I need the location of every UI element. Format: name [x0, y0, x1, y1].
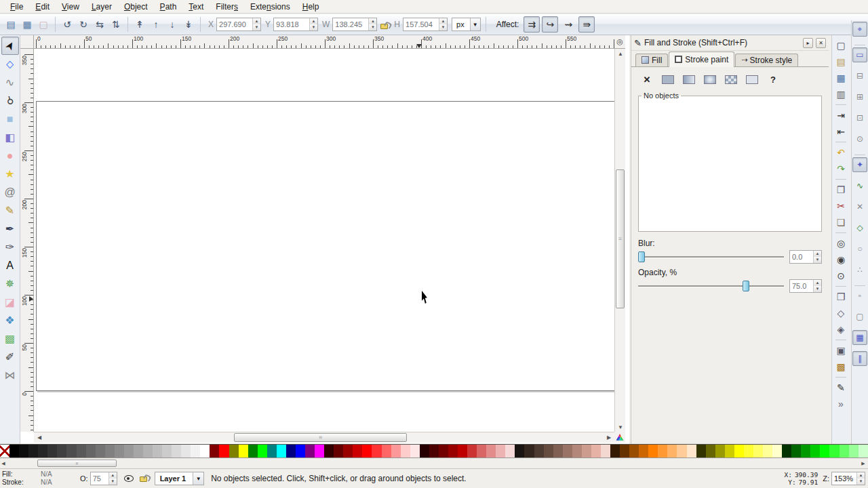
opacity-value-field[interactable]: ▲▼	[789, 279, 822, 293]
palette-swatch[interactable]	[277, 445, 286, 458]
menu-edit[interactable]: Edit	[29, 1, 56, 13]
palette-swatch[interactable]	[77, 445, 86, 458]
palette-swatch[interactable]	[382, 445, 391, 458]
tool-text[interactable]: A	[1, 256, 19, 274]
palette-swatch[interactable]	[353, 445, 362, 458]
snap-smooth-nodes-toggle[interactable]: ○	[852, 241, 867, 256]
palette-swatch[interactable]	[86, 445, 96, 458]
copy-button[interactable]: ❐	[833, 182, 849, 198]
paint-pattern-button[interactable]	[722, 73, 740, 86]
palette-swatch[interactable]	[849, 445, 859, 458]
scroll-right-arrow[interactable]: ▶	[604, 433, 614, 442]
snap-midpoints-toggle[interactable]: ∴	[852, 262, 867, 277]
blur-spin-arrows[interactable]: ▲▼	[813, 251, 821, 263]
flip-vertical-button[interactable]: ⇅	[108, 16, 124, 33]
zoom-selection-button[interactable]: ◎	[833, 235, 849, 251]
palette-swatch[interactable]	[763, 445, 772, 458]
palette-swatch[interactable]	[448, 445, 458, 458]
toolbar-overflow-button[interactable]: »	[833, 396, 849, 412]
tool-rectangle[interactable]: ■	[1, 110, 19, 128]
palette-swatch[interactable]	[401, 445, 410, 458]
palette-swatch[interactable]	[639, 445, 648, 458]
layer-select[interactable]: Layer 1 ▼	[155, 472, 205, 485]
paint-swatch-button[interactable]	[743, 73, 761, 86]
tool-connector[interactable]: ⋈	[1, 366, 19, 384]
group-button[interactable]: ▣	[833, 342, 849, 359]
palette-swatch[interactable]	[124, 445, 134, 458]
palette-swatch[interactable]	[725, 445, 734, 458]
snap-grid-toggle[interactable]: ▦	[852, 330, 867, 345]
palette-swatch[interactable]	[115, 445, 124, 458]
width-field[interactable]: ▲▼	[332, 18, 377, 31]
vertical-scroll-thumb[interactable]: ≡	[616, 169, 625, 308]
snap-enable-toggle[interactable]: ⌖	[852, 22, 867, 37]
tool-bezier-pen[interactable]: ✒	[1, 220, 19, 238]
fill-indicator-value[interactable]: N/A	[41, 470, 75, 479]
tool-gradient[interactable]: ▩	[1, 329, 19, 348]
palette-swatch[interactable]	[801, 445, 810, 458]
x-field-spin-arrows[interactable]: ▲▼	[252, 18, 260, 30]
palette-swatch[interactable]	[219, 445, 229, 458]
palette-swatch[interactable]	[658, 445, 667, 458]
palette-swatch[interactable]	[229, 445, 239, 458]
menu-help[interactable]: Help	[296, 1, 326, 13]
palette-scroll-left-arrow[interactable]: ◀	[0, 459, 7, 468]
menu-layer[interactable]: Layer	[85, 1, 118, 13]
palette-swatch[interactable]	[534, 445, 544, 458]
tool-spiral[interactable]: @	[1, 183, 19, 201]
palette-swatch[interactable]	[334, 445, 343, 458]
fill-stroke-dialog-button[interactable]: ✎	[833, 380, 849, 396]
palette-swatch[interactable]	[191, 445, 200, 458]
palette-scroll-thumb[interactable]: ≡	[37, 460, 117, 467]
deselect-button[interactable]: ▢	[35, 16, 52, 33]
layer-lock-icon[interactable]	[140, 476, 147, 482]
palette-swatch[interactable]	[28, 445, 38, 458]
height-field-spin-arrows[interactable]: ▲▼	[439, 18, 447, 30]
horizontal-scrollbar[interactable]: ◀ ≡ ▶	[34, 432, 614, 443]
tool-pencil[interactable]: ✎	[1, 201, 19, 220]
palette-swatch[interactable]	[286, 445, 296, 458]
palette-swatch[interactable]	[57, 445, 66, 458]
palette-swatch[interactable]	[572, 445, 582, 458]
palette-swatch[interactable]	[840, 445, 849, 458]
palette-swatch[interactable]	[153, 445, 162, 458]
panel-expand-button[interactable]: ▸	[803, 38, 813, 48]
snap-nodes-toggle[interactable]: ✦	[852, 157, 867, 172]
snap-bbox-toggle[interactable]: ▭	[852, 47, 867, 62]
ungroup-button[interactable]: ▩	[833, 359, 849, 375]
palette-swatch[interactable]	[458, 445, 467, 458]
palette-swatch[interactable]	[162, 445, 172, 458]
export-button[interactable]: ⇤	[833, 123, 849, 140]
tool-dropper[interactable]: ✐	[1, 348, 19, 366]
affect-move-gradients-toggle[interactable]: ⇝	[560, 16, 576, 33]
menu-extensions[interactable]: Extensions	[244, 1, 296, 13]
select-all-button[interactable]: ▤	[3, 16, 19, 33]
palette-swatch[interactable]	[66, 445, 76, 458]
select-all-layers-button[interactable]: ▦	[19, 16, 35, 33]
undo-button[interactable]: ↶	[833, 144, 849, 161]
menu-object[interactable]: Object	[118, 1, 154, 13]
palette-swatch[interactable]	[810, 445, 820, 458]
palette-swatch[interactable]	[96, 445, 105, 458]
palette-swatch[interactable]	[515, 445, 524, 458]
zoom-page-button[interactable]: ⊙	[833, 268, 849, 284]
snap-bbox-edge-midpoints-toggle[interactable]: ⊡	[852, 110, 867, 125]
layer-visibility-eye-icon[interactable]	[124, 475, 134, 482]
palette-swatch[interactable]	[687, 445, 696, 458]
palette-swatch[interactable]	[258, 445, 267, 458]
palette-swatch[interactable]	[582, 445, 591, 458]
palette-swatch[interactable]	[524, 445, 534, 458]
blur-slider[interactable]	[638, 251, 784, 262]
new-document-button[interactable]: ▢	[833, 37, 849, 54]
palette-swatch[interactable]	[467, 445, 477, 458]
palette-swatch[interactable]	[429, 445, 439, 458]
palette-swatch[interactable]	[782, 445, 791, 458]
palette-scroll-right-arrow[interactable]: ▶	[860, 459, 867, 468]
raise-button[interactable]: ↑	[148, 16, 164, 33]
palette-swatch[interactable]	[648, 445, 658, 458]
paint-none-button[interactable]: ✕	[638, 73, 656, 86]
palette-swatch[interactable]	[134, 445, 143, 458]
palette-swatch[interactable]	[667, 445, 677, 458]
flip-horizontal-button[interactable]: ⇆	[92, 16, 108, 33]
tool-star[interactable]: ★	[1, 165, 19, 183]
